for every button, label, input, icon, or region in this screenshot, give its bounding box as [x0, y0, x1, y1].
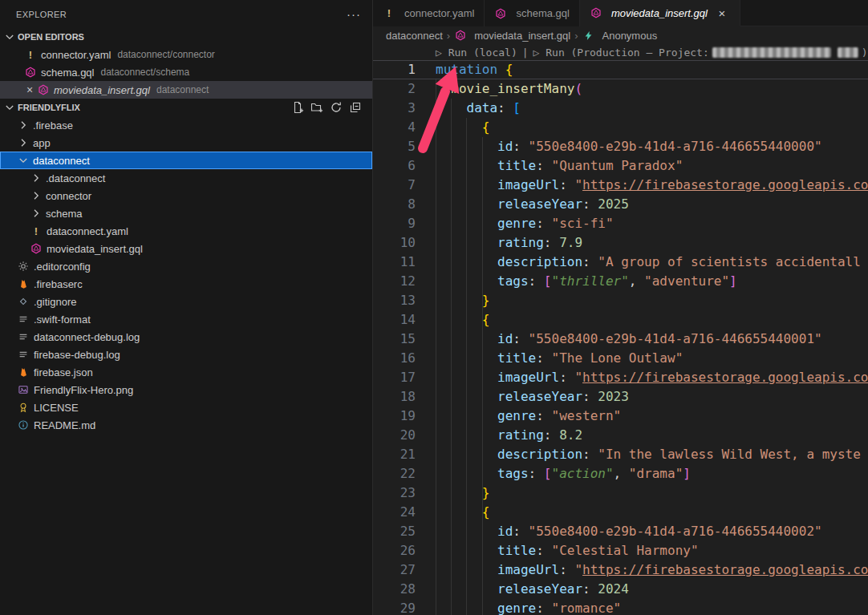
- breadcrumb-dataconnect[interactable]: dataconnect: [386, 30, 443, 42]
- tree-item-firebase-debug-log[interactable]: firebase-debug.log: [0, 346, 372, 363]
- license-icon: [17, 401, 30, 414]
- code-token: {: [482, 504, 490, 520]
- code-line-21[interactable]: 21 description: "In the lawless Wild Wes…: [373, 445, 868, 464]
- code-line-10[interactable]: 10 rating: 7.9: [373, 233, 868, 253]
- code-line-23[interactable]: 23 }: [373, 484, 868, 503]
- tree-item-moviedata-insert-gql[interactable]: moviedata_insert.gql: [0, 240, 372, 257]
- code-line-17[interactable]: 17 imageUrl: "https://firebasestorage.go…: [373, 368, 868, 387]
- tree-item-connector[interactable]: connector: [0, 187, 372, 204]
- code-line-12[interactable]: 12 tags: ["thriller", "adventure"]: [373, 272, 868, 291]
- breadcrumbs: dataconnect›moviedata_insert.gql›Anonymo…: [373, 26, 868, 44]
- code-text: title: "Celestial Harmony": [416, 541, 868, 560]
- tree-item-dataconnect-debug-log[interactable]: dataconnect-debug.log: [0, 328, 372, 346]
- code-token: }: [482, 485, 490, 500]
- code-token: :: [536, 543, 551, 558]
- tab-connector-yaml[interactable]: !connector.yaml: [373, 0, 485, 26]
- code-line-24[interactable]: 24 {: [373, 503, 868, 522]
- code-token: tags: [497, 273, 529, 289]
- line-number: 5: [373, 137, 416, 156]
- code-token: [436, 524, 497, 539]
- new-folder-icon[interactable]: [310, 100, 324, 115]
- code-token: [436, 273, 497, 289]
- code-line-3[interactable]: 3 data: [: [373, 99, 868, 118]
- code-text: genre: "western": [416, 407, 868, 426]
- tree-item-dataconnect-yaml[interactable]: !dataconnect.yaml: [0, 222, 372, 240]
- code-token: [436, 81, 451, 96]
- code-token: :: [497, 100, 513, 115]
- tree-item-swift-format[interactable]: .swift-format: [0, 310, 372, 328]
- tree-item-dataconnect[interactable]: dataconnect: [0, 152, 372, 169]
- file-path: dataconnect/schema: [100, 67, 189, 78]
- tree-item-gitignore[interactable]: .gitignore: [0, 293, 372, 310]
- tree-item-friendlyflix-hero-png[interactable]: FriendlyFlix-Hero.png: [0, 381, 372, 399]
- tree-item-readme-md[interactable]: README.md: [0, 416, 372, 434]
- code-line-27[interactable]: 27 imageUrl: "https://firebasestorage.go…: [373, 560, 868, 580]
- tree-item-app[interactable]: app: [0, 134, 372, 152]
- tree-item-dataconnect[interactable]: .dataconnect: [0, 169, 372, 187]
- code-line-16[interactable]: 16 title: "The Lone Outlaw": [373, 349, 868, 368]
- code-line-9[interactable]: 9 genre: "sci-fi": [373, 214, 868, 233]
- redacted-project-name: [712, 47, 831, 58]
- code-token: :: [513, 331, 528, 346]
- code-line-14[interactable]: 14 {: [373, 310, 868, 330]
- code-line-26[interactable]: 26 title: "Celestial Harmony": [373, 541, 868, 560]
- code-line-29[interactable]: 29 genre: "romance": [373, 599, 868, 615]
- run-production-link[interactable]: ▷ Run (Production – Project:: [533, 47, 709, 59]
- collapse-all-icon[interactable]: [348, 100, 363, 115]
- code-line-13[interactable]: 13 }: [373, 291, 868, 310]
- workspace-header[interactable]: FRIENDLYFLIX: [0, 99, 372, 116]
- editor-pane[interactable]: ▷ Run (local)|▷ Run (Production – Projec…: [373, 44, 868, 615]
- tab-schema-gql[interactable]: schema.gql: [485, 0, 579, 26]
- code-line-8[interactable]: 8 releaseYear: 2025: [373, 195, 868, 214]
- code-token: [436, 119, 482, 135]
- tree-item-firebaserc[interactable]: .firebaserc: [0, 275, 372, 293]
- code-line-1[interactable]: 1mutation {: [373, 60, 868, 79]
- code-token: :: [582, 196, 598, 212]
- tree-item-firebase-json[interactable]: firebase.json: [0, 363, 372, 381]
- chevron-right-icon: [17, 119, 30, 131]
- code-line-22[interactable]: 22 tags: ["action", "drama"]: [373, 464, 868, 484]
- code-token: :: [544, 427, 559, 443]
- code-line-6[interactable]: 6 title: "Quantum Paradox": [373, 156, 868, 176]
- code-line-28[interactable]: 28 releaseYear: 2024: [373, 580, 868, 599]
- code-line-7[interactable]: 7 imageUrl: "https://firebasestorage.goo…: [373, 176, 868, 195]
- open-editor-schema-gql[interactable]: schema.gqldataconnect/schema: [0, 63, 372, 81]
- tab-moviedata-insert-gql[interactable]: moviedata_insert.gql×: [580, 0, 740, 26]
- open-editor-moviedata-insert-gql[interactable]: ×moviedata_insert.gqldataconnect: [0, 81, 372, 99]
- open-editor-connector-yaml[interactable]: !connector.yamldataconnect/connector: [0, 46, 372, 63]
- code-token: :: [536, 216, 551, 231]
- code-line-2[interactable]: 2 movie_insertMany(: [373, 79, 868, 99]
- more-actions-icon[interactable]: ···: [347, 7, 361, 21]
- breadcrumb-anonymous[interactable]: Anonymous: [582, 29, 658, 42]
- code-line-25[interactable]: 25 id: "550e8400-e29b-41d4-a716-44665544…: [373, 522, 868, 541]
- file-label: LICENSE: [34, 402, 79, 414]
- run-local-link[interactable]: ▷ Run (local): [436, 47, 517, 59]
- open-editors-header[interactable]: OPEN EDITORS: [0, 28, 372, 46]
- code-line-20[interactable]: 20 rating: 8.2: [373, 426, 868, 445]
- tree-item-schema[interactable]: schema: [0, 204, 372, 222]
- code-token: releaseYear: [497, 581, 582, 597]
- tree-item-firebase[interactable]: .firebase: [0, 116, 372, 134]
- breadcrumb-moviedata-insert-gql[interactable]: moviedata_insert.gql: [454, 29, 570, 42]
- codelens-suffix: ): [862, 47, 868, 59]
- code-token: [436, 485, 482, 500]
- code-token: mutation: [436, 62, 497, 77]
- breadcrumb-label: dataconnect: [386, 30, 443, 42]
- tree-item-editorconfig[interactable]: .editorconfig: [0, 257, 372, 275]
- new-file-icon[interactable]: [290, 100, 305, 115]
- refresh-icon[interactable]: [329, 100, 343, 115]
- tree-item-license[interactable]: LICENSE: [0, 399, 372, 416]
- code-line-11[interactable]: 11 description: "A group of scientists a…: [373, 253, 868, 272]
- file-label: FriendlyFlix-Hero.png: [34, 384, 133, 396]
- graphql-icon: [454, 29, 467, 42]
- code-line-4[interactable]: 4 {: [373, 118, 868, 137]
- code-line-18[interactable]: 18 releaseYear: 2023: [373, 387, 868, 407]
- code-token: "550e8400-e29b-41d4-a716-446655440002": [529, 524, 822, 539]
- code-line-5[interactable]: 5 id: "550e8400-e29b-41d4-a716-446655440…: [373, 137, 868, 156]
- code-line-19[interactable]: 19 genre: "western": [373, 407, 868, 426]
- close-icon[interactable]: ×: [714, 5, 730, 21]
- close-icon[interactable]: ×: [22, 83, 37, 96]
- file-label: moviedata_insert.gql: [54, 84, 150, 96]
- code-token: id: [497, 524, 513, 539]
- code-line-15[interactable]: 15 id: "550e8400-e29b-41d4-a716-44665544…: [373, 330, 868, 349]
